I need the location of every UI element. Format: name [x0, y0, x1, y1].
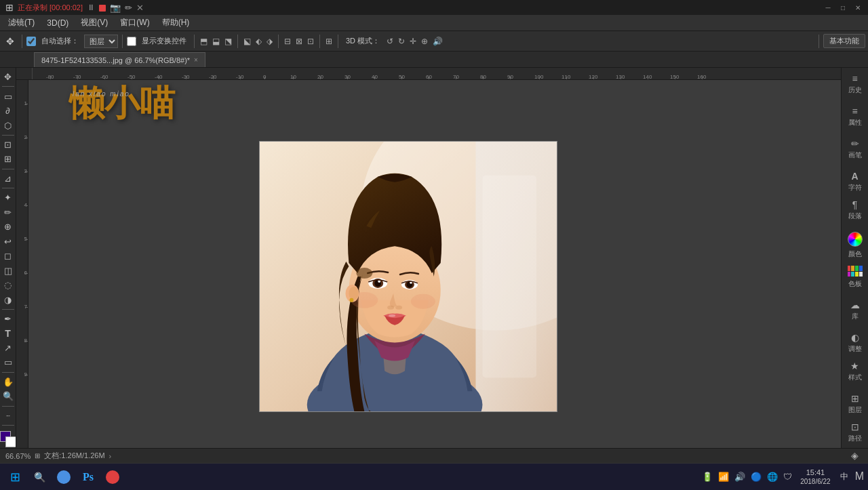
menu-window[interactable]: 窗口(W) — [115, 16, 155, 30]
zoom-tool[interactable]: 🔍 — [1, 390, 16, 403]
distribute-2-btn[interactable]: ⊠ — [294, 35, 304, 47]
close-record-btn[interactable]: ✕ — [136, 3, 144, 13]
panel-adjustments[interactable]: ◐ 调整 — [843, 329, 867, 356]
select-tool[interactable]: ▭ — [1, 89, 16, 102]
color-pair[interactable] — [0, 431, 16, 445]
ruler-tick: -70 — [73, 74, 81, 80]
background-color[interactable] — [5, 436, 16, 447]
document-tab[interactable]: 8475-1F524133535...jpg @ 66.7%(RGB/8#)* … — [34, 52, 205, 67]
panel-character[interactable]: A 字符 — [843, 168, 867, 195]
stamp-tool[interactable]: ⊕ — [1, 220, 16, 233]
menu-view[interactable]: 视图(V) — [75, 16, 113, 30]
align-vert-center-btn[interactable]: ⬓ — [211, 35, 221, 47]
more-tools-btn[interactable]: ··· — [1, 409, 16, 422]
dodge-tool[interactable]: ◑ — [1, 293, 16, 306]
panel-styles[interactable]: ★ 样式 — [843, 358, 867, 385]
character-icon: A — [851, 171, 858, 182]
toolbar-sep-7 — [338, 35, 338, 48]
maximize-btn[interactable]: □ — [838, 3, 848, 12]
align-top-btn[interactable]: ⬒ — [199, 35, 209, 47]
lasso-tool[interactable]: ∂ — [1, 104, 16, 117]
align-horiz-center-btn[interactable]: ⬖ — [254, 35, 263, 47]
panel-paragraph[interactable]: ¶ 段落 — [843, 197, 867, 224]
blur-tool[interactable]: ◌ — [1, 279, 16, 291]
record-status: 正在录制 [00:00:02] — [18, 3, 83, 13]
menu-filter[interactable]: 滤镜(T) — [3, 16, 40, 30]
tray-more-icon[interactable]: M — [854, 469, 865, 484]
eraser-tool[interactable]: ◻ — [1, 249, 16, 262]
move-tool-toolbar[interactable]: ✥ — [3, 35, 18, 48]
align-bottom-btn[interactable]: ⬔ — [223, 35, 233, 47]
start-button[interactable]: ⊞ — [3, 465, 27, 489]
brush-tool[interactable]: ✏ — [1, 205, 16, 218]
taskbar-cortana[interactable] — [53, 466, 75, 488]
measure-tool[interactable]: ⊞ — [1, 152, 16, 165]
menu-help[interactable]: 帮助(H) — [157, 16, 195, 30]
history-brush-tool[interactable]: ↩ — [1, 234, 16, 247]
distribute-1-btn[interactable]: ⊟ — [283, 35, 292, 47]
screenshot-btn[interactable]: 📷 — [110, 3, 121, 13]
app-icon: ⊞ — [5, 2, 14, 13]
panel-history[interactable]: ≡ 历史 — [843, 70, 867, 98]
panel-library[interactable]: ☁ 库 — [843, 297, 867, 324]
align-left-btn[interactable]: ⬕ — [242, 35, 252, 47]
minimize-btn[interactable]: ─ — [823, 3, 833, 12]
taskbar-ps-app[interactable]: Ps — [77, 466, 99, 488]
heal-tool[interactable]: ✦ — [1, 191, 16, 204]
draw-btn[interactable]: ✏ — [125, 3, 132, 13]
pen-tool[interactable]: ✒ — [1, 312, 16, 325]
3d-btn-3[interactable]: ✛ — [408, 35, 418, 47]
ime-indicator[interactable]: 中 — [837, 470, 851, 484]
auto-select-checkbox[interactable] — [26, 37, 36, 46]
auto-select-label: 自动选择： — [38, 35, 82, 47]
auto-align-btn[interactable]: ⊞ — [324, 35, 334, 47]
3d-btn-1[interactable]: ↺ — [385, 35, 395, 47]
pause-btn[interactable]: ⏸ — [87, 3, 95, 12]
portrait-image — [260, 142, 557, 411]
eyedrop-tool[interactable]: ⊿ — [1, 172, 16, 185]
gradient-tool[interactable]: ◫ — [1, 264, 16, 277]
path-select-tool[interactable]: ↗ — [1, 342, 16, 354]
panel-layers[interactable]: ⊞ 图层 — [843, 390, 867, 417]
photo-canvas[interactable] — [259, 141, 557, 412]
panel-brush-label: 画笔 — [848, 150, 862, 160]
layer-type-select[interactable]: 图层 — [84, 35, 118, 48]
text-tool[interactable]: T — [1, 327, 16, 340]
taskbar-search[interactable]: 🔍 — [28, 466, 50, 488]
panel-paths[interactable]: ⊡ 路径 — [843, 419, 867, 446]
taskbar-clock[interactable]: 15:41 2018/6/22 — [796, 466, 835, 487]
panel-swatches[interactable]: 色板 — [843, 263, 867, 291]
move-tool[interactable]: ✥ — [1, 70, 16, 83]
tab-close-btn[interactable]: × — [194, 56, 198, 64]
library-icon: ☁ — [850, 300, 860, 310]
distribute-3-btn[interactable]: ⊡ — [306, 35, 315, 47]
panel-color[interactable]: 颜色 — [843, 229, 867, 262]
panel-brush[interactable]: ✏ 画笔 — [843, 136, 867, 163]
3d-btn-4[interactable]: ⊕ — [420, 35, 429, 47]
hand-tool[interactable]: ✋ — [1, 375, 16, 388]
ruler-tick: -60 — [100, 74, 108, 80]
clock-date: 2018/6/22 — [800, 477, 831, 486]
3d-btn-5[interactable]: 🔊 — [431, 35, 444, 47]
align-right-btn[interactable]: ⬗ — [265, 35, 274, 47]
close-btn[interactable]: ✕ — [853, 3, 863, 12]
basic-func-button[interactable]: 基本功能 — [823, 34, 865, 48]
tool-sep-1 — [2, 86, 14, 87]
menu-3d[interactable]: 3D(D) — [41, 17, 74, 29]
3d-btn-2[interactable]: ↻ — [397, 35, 406, 47]
taskbar-record-app[interactable] — [102, 466, 123, 488]
quick-select-tool[interactable]: ⬡ — [1, 119, 16, 131]
panel-color-label: 颜色 — [848, 249, 862, 259]
zoom-expand-icon[interactable]: ⊞ — [35, 452, 40, 460]
status-arrow-btn[interactable]: › — [109, 452, 112, 460]
ruler-tick: 70 — [453, 74, 459, 80]
panel-properties[interactable]: ≡ 属性 — [843, 103, 867, 130]
stop-btn[interactable] — [99, 3, 106, 12]
canvas-viewport[interactable]: 懒小喵 lan xiao miao — [28, 80, 841, 448]
toolbar-sep-3 — [194, 35, 195, 48]
show-transform-checkbox[interactable] — [127, 37, 136, 46]
toolbar-sep-right — [818, 35, 819, 48]
shape-tool[interactable]: ▭ — [1, 356, 16, 369]
main-area: ✥ ▭ ∂ ⬡ ⊡ ⊞ ⊿ ✦ ✏ ⊕ ↩ ◻ ◫ ◌ ◑ ✒ T ↗ ▭ ✋ … — [0, 68, 868, 448]
crop-tool[interactable]: ⊡ — [1, 138, 16, 151]
